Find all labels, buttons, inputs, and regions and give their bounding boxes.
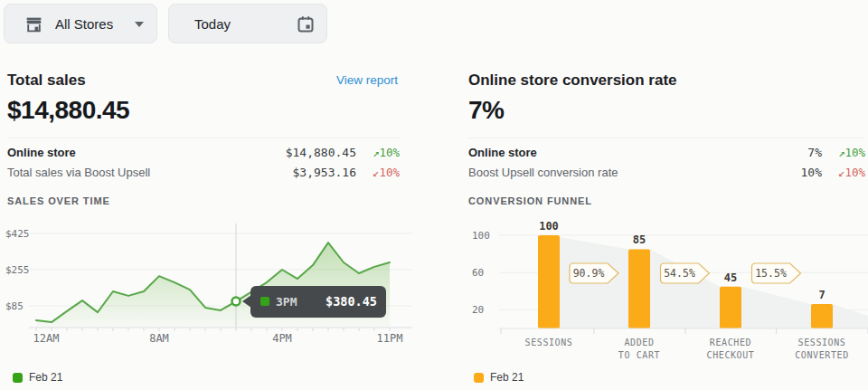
- tooltip-value: $380.45: [326, 294, 377, 309]
- legend-swatch-orange: [474, 373, 484, 383]
- conversion-badge-label: 90.9%: [573, 267, 605, 280]
- funnel-category-label: CHECKOUT: [707, 350, 755, 360]
- funnel-category-label: REACHED: [710, 338, 751, 347]
- chevron-down-icon: [135, 22, 144, 27]
- total-sales-value: $14,880.45: [7, 96, 129, 125]
- tooltip-series-swatch: [260, 297, 269, 306]
- legend-swatch-green: [13, 373, 23, 383]
- x-axis-label: 12AM: [33, 332, 60, 345]
- y-axis-label: 60: [472, 267, 484, 279]
- sales-legend: Feb 21: [13, 371, 62, 384]
- metric-row: Boost Upsell conversion rate 10% ↙10%: [468, 162, 865, 182]
- store-icon: [24, 15, 43, 38]
- hover-point: [232, 298, 241, 306]
- total-sales-breakdown: Online store $14,880.45 ↗10% Total sales…: [7, 138, 400, 182]
- metric-label: Boost Upsell conversion rate: [468, 166, 801, 179]
- store-filter-label: All Stores: [55, 16, 113, 32]
- bar-value-label: 100: [539, 222, 559, 233]
- metric-value: $14,880.45: [286, 146, 356, 159]
- metric-label: Total sales via Boost Upsell: [7, 166, 293, 179]
- funnel-category-label: SESSIONS: [798, 338, 846, 347]
- conversion-rate-value: 7%: [468, 96, 504, 125]
- sales-over-time-chart[interactable]: $425$255$8512AM8AM4PM11PM3PM$380.45: [4, 220, 412, 357]
- conversion-breakdown: Online store 7% ↗10% Boost Upsell conver…: [468, 138, 865, 182]
- view-report-link[interactable]: View report: [326, 73, 398, 87]
- total-sales-title: Total sales: [7, 71, 86, 90]
- calendar-icon: [296, 14, 316, 38]
- chart-tooltip: 3PM$380.45: [242, 286, 386, 318]
- tooltip-time: 3PM: [276, 295, 297, 309]
- y-axis-label: $425: [5, 228, 30, 240]
- metric-label: Online store: [7, 146, 286, 159]
- conversion-badge-label: 15.5%: [755, 267, 787, 280]
- funnel-bar[interactable]: [811, 304, 833, 328]
- funnel-category-label: SESSIONS: [525, 338, 573, 347]
- bar-value-label: 7: [818, 289, 825, 301]
- funnel-category-label: TO CART: [618, 350, 660, 360]
- bar-value-label: 45: [724, 271, 737, 284]
- funnel-legend: Feb 21: [474, 371, 524, 384]
- x-axis-label: 8AM: [149, 332, 169, 345]
- x-axis-label: 11PM: [377, 332, 403, 345]
- metric-delta: ↙10%: [356, 166, 400, 179]
- y-axis-label: 20: [472, 304, 484, 316]
- legend-label: Feb 21: [29, 371, 62, 384]
- metric-label: Online store: [468, 146, 807, 159]
- funnel-category-label: CONVERTED: [795, 350, 849, 360]
- conversion-badge-label: 54.5%: [664, 267, 695, 280]
- date-filter-button[interactable]: Today: [168, 4, 327, 43]
- y-axis-label: 100: [472, 230, 490, 242]
- funnel-category-label: ADDED: [624, 338, 654, 347]
- metric-row: Online store 7% ↗10%: [468, 142, 865, 162]
- metric-delta: ↗10%: [356, 146, 400, 159]
- y-axis-label: $85: [5, 300, 24, 312]
- funnel-bar[interactable]: [720, 287, 741, 328]
- metric-row: Total sales via Boost Upsell $3,953.16 ↙…: [7, 162, 400, 182]
- store-filter-button[interactable]: All Stores: [4, 4, 157, 43]
- metric-delta: ↗10%: [822, 146, 865, 159]
- date-filter-label: Today: [194, 16, 231, 32]
- conversion-funnel-header: CONVERSION FUNNEL: [468, 195, 592, 206]
- metric-value: 10%: [801, 166, 822, 179]
- metric-delta: ↙10%: [822, 166, 865, 179]
- x-axis-label: 4PM: [272, 332, 292, 345]
- conversion-funnel-chart[interactable]: 10060201008545790.9%54.5%15.5%SESSIONSAD…: [468, 222, 868, 368]
- metric-row: Online store $14,880.45 ↗10%: [7, 142, 400, 162]
- y-axis-label: $255: [5, 264, 30, 276]
- metric-value: $3,953.16: [293, 166, 356, 179]
- legend-label: Feb 21: [490, 371, 524, 384]
- conversion-rate-title: Online store conversion rate: [468, 71, 677, 90]
- metric-value: 7%: [807, 146, 822, 159]
- bar-value-label: 85: [633, 233, 646, 246]
- sales-over-time-header: SALES OVER TIME: [7, 195, 110, 206]
- funnel-bar[interactable]: [628, 249, 650, 328]
- funnel-bar[interactable]: [538, 235, 560, 328]
